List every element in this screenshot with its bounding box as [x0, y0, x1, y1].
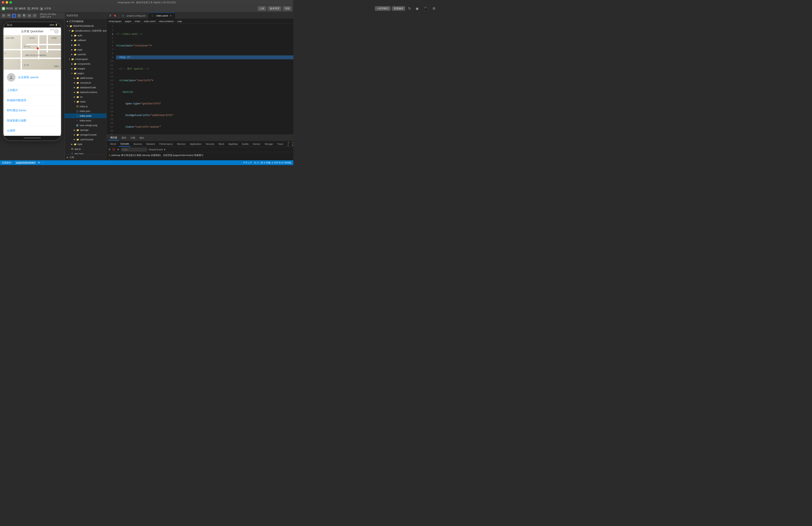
subtab-wxml[interactable]: Wxml [108, 141, 118, 146]
console-row-sitemap: ⚠ [sitemap 索引情况提示] 根据 sitemap 的规则[0]，当前页… [108, 153, 293, 157]
ln-20: 20 [107, 98, 113, 102]
simulate-label: 模拟器 [6, 7, 13, 10]
tree-root[interactable]: ▼ 📁 MINIPROGRAM-66 [64, 24, 106, 28]
user-openid-link[interactable]: 点击获取 openid [18, 75, 39, 79]
tree-im[interactable]: ▶ 📁 im [64, 95, 106, 99]
subtab-memory[interactable]: Memory [175, 141, 187, 146]
tree-images[interactable]: ▶ 📁 images [64, 66, 106, 71]
open-editors-header[interactable]: ▶ 打开的编辑器 [64, 19, 106, 24]
tree-index-js[interactable]: JS index.js [64, 104, 106, 109]
tree-storageconsole[interactable]: ▶ 📁 storageConsole [64, 132, 106, 137]
subtab-appdata[interactable]: AppData [227, 141, 240, 146]
tree-chooselib[interactable]: ▶ 📁 chooseLib [64, 80, 106, 85]
app-js-icon: JS [71, 147, 74, 151]
ln-15: 15 [107, 79, 113, 83]
simulator-toolbar: ⟳ 📷 📱 ☰ 🔍 ⊳ ↗ iPhone XS Max 100% 16 ▾ [0, 13, 64, 19]
home-bar [24, 138, 41, 138]
menu-item-cloud-call[interactable]: 云调用 [3, 126, 61, 136]
tree-app-json[interactable]: {} app.json [64, 151, 106, 154]
tree-userconsole[interactable]: ▶ 📁 userConsole [64, 137, 106, 142]
menu-icon[interactable]: ☰ [108, 14, 112, 18]
more-icon[interactable]: ··· [103, 14, 105, 17]
app-js-label: app.js [74, 147, 81, 150]
tree-openapi[interactable]: ▶ 📁 openapi [64, 128, 106, 132]
tree-deployfuncs[interactable]: ▶ 📁 deployFunctions [64, 90, 106, 95]
close-button[interactable] [2, 1, 4, 4]
pages-icon: 📁 [74, 72, 77, 75]
subtab-mock[interactable]: Mock [217, 141, 226, 146]
tab-close-icon[interactable]: ✕ [169, 14, 172, 17]
screenshot-icon[interactable]: 📷 [7, 14, 11, 18]
menu-item-upload[interactable]: 上传图片 [3, 85, 61, 95]
tree-dbguide[interactable]: ▶ 📁 databaseGuide [64, 85, 106, 90]
subtab-application[interactable]: Application [188, 141, 203, 146]
tab-index-wxml[interactable]: ⬡ index.wxml ✕ [148, 13, 175, 19]
tree-pages[interactable]: ▼ 📁 pages [64, 71, 106, 76]
tree-callback[interactable]: ▶ 📁 callback [64, 38, 106, 43]
tree-miniprogram[interactable]: ▼ 📁 miniprogram [64, 57, 106, 61]
subtab-network[interactable]: Network [145, 141, 157, 146]
mp-arrow: ▼ [68, 58, 71, 60]
devtools-tab-debugging[interactable]: 调试 [120, 136, 128, 141]
upload-button[interactable]: 上传 [258, 6, 266, 11]
callback-label: callback [77, 39, 86, 41]
eye-icon-status[interactable]: 👁 [38, 161, 40, 164]
search-icon-sim[interactable]: 🔍 [22, 14, 26, 18]
detail-button[interactable]: 详情 [283, 6, 292, 11]
code-line-1: <!--index.wxml--> [116, 32, 293, 36]
subtab-console[interactable]: Console [119, 141, 131, 146]
subtab-audits[interactable]: Audits [240, 141, 250, 146]
tree-addfunc[interactable]: ▶ 📁 addFunction [64, 76, 106, 80]
phone-status-right: 100% 🔋 [49, 24, 58, 26]
tree-cloudfunctions[interactable]: ▼ 📁 cloudfunctions | 当前环境: test [64, 28, 106, 33]
subtab-security[interactable]: Security [204, 141, 216, 146]
tree-userinfo[interactable]: ▶ 📁 userinfo [64, 52, 106, 57]
device-selector[interactable]: iPhone XS Max 100% 16 ▾ [40, 13, 63, 18]
comp-label: components [77, 62, 90, 65]
map-road-h1 [3, 49, 61, 50]
phone-icon[interactable]: 📱 [12, 14, 16, 18]
maximize-button[interactable] [10, 1, 12, 4]
tree-db[interactable]: ▶ 📁 db [64, 43, 106, 47]
tab-project-config[interactable]: {} project.config.json [119, 13, 148, 19]
subtab-sensor[interactable]: Sensor [251, 141, 262, 146]
tree-index[interactable]: ▼ 📁 index [64, 99, 106, 104]
tree-index-wxss[interactable]: ~ index.wxss [64, 118, 106, 123]
tree-app-js[interactable]: JS app.js [64, 146, 106, 151]
tree-components[interactable]: ▶ 📁 components [64, 61, 106, 66]
warning-count: ⚠ 1 [287, 141, 290, 146]
subtab-performance[interactable]: Performance [158, 141, 175, 146]
oa-icon: 📁 [76, 128, 79, 131]
minimize-button[interactable] [5, 1, 8, 4]
version-button[interactable]: 版本管理 [268, 6, 281, 11]
main-layout: ⟳ 📷 📱 ☰ 🔍 ⊳ ↗ iPhone XS Max 100% 16 ▾ 21… [0, 13, 293, 160]
tree-style[interactable]: ▶ 📁 style [64, 142, 106, 146]
phone-frame: 21:11 100% 🔋 云开发 QuickStart ○ [2, 21, 62, 141]
tree-index-json[interactable]: {} index.json [64, 109, 106, 113]
tree-auth[interactable]: ▶ 📁 auth [64, 33, 106, 38]
tree-login[interactable]: ▶ 📁 login [64, 47, 106, 52]
bookmark-icon[interactable]: 🔖 [113, 14, 117, 18]
user-png-label: user-unlogin.png [79, 124, 97, 127]
file-tree-footer[interactable]: ▶ 大纲 [64, 154, 106, 160]
save-icon-sim[interactable]: ↗ [33, 14, 37, 18]
subtab-sources[interactable]: Sources [132, 141, 144, 146]
tree-index-wxml[interactable]: ⬡ index.wxml [64, 113, 106, 118]
console-filter-input[interactable] [121, 148, 147, 151]
subtab-trace[interactable]: Trace [275, 141, 285, 146]
devtools-tab-output[interactable]: 输出 [138, 136, 146, 141]
code-content[interactable]: <!--index.wxml--> <view class="container… [114, 24, 293, 134]
list-icon[interactable]: ☰ [17, 14, 21, 18]
devtools-tab-debug[interactable]: 调试器 [108, 136, 119, 141]
simulator-icons: ⟳ 📷 📱 ☰ 🔍 ⊳ ↗ [2, 14, 37, 18]
filter-icon-sim[interactable]: ⊳ [28, 14, 31, 18]
tree-user-png[interactable]: 🖼 user-unlogin.png [64, 123, 106, 128]
menu-item-db[interactable]: 前端操作数据库 [3, 95, 61, 105]
subtab-storage[interactable]: Storage [263, 141, 275, 146]
menu-item-im[interactable]: 即时通信 Demo [3, 105, 61, 116]
devtools-main-tabs: 调试器 调试 问题 输出 △ ✕ [107, 135, 293, 141]
rotate-icon[interactable]: ⟳ [2, 14, 5, 18]
devtools-tab-issues[interactable]: 问题 [129, 136, 137, 141]
status-path-value: pages/index/index [15, 161, 36, 164]
menu-item-cloud-func[interactable]: 快速新建云函数 [3, 116, 61, 126]
